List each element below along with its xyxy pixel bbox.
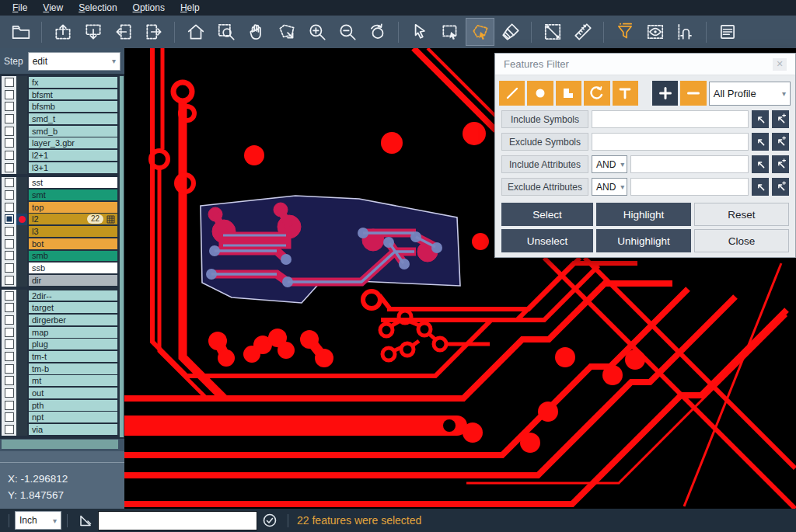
active-layer-gutter[interactable] [16, 301, 27, 314]
minus-icon[interactable] [680, 81, 706, 106]
measure-ruler-icon[interactable] [568, 18, 597, 46]
layer-checkbox[interactable] [5, 412, 14, 422]
exclude-attributes-input[interactable] [630, 178, 749, 196]
active-layer-gutter[interactable] [16, 326, 27, 339]
layer-checkbox[interactable] [5, 276, 14, 285]
layer-chip[interactable]: fx [29, 77, 117, 88]
active-layer-gutter[interactable] [16, 290, 27, 302]
exclude-symbols-input[interactable] [592, 133, 749, 151]
layer-chip[interactable]: smd_t [29, 113, 117, 124]
unselect-button[interactable]: Unselect [501, 229, 593, 252]
include-symbols-input[interactable] [592, 110, 749, 128]
layer-row-npt[interactable]: npt [2, 412, 118, 424]
layer-row-bfsmb[interactable]: bfsmb [2, 100, 118, 113]
layer-row-tm-t[interactable]: tm-t [2, 350, 118, 363]
layer-chip[interactable]: l222 [29, 214, 117, 224]
close-icon[interactable]: ✕ [773, 58, 787, 71]
active-layer-gutter[interactable] [16, 125, 27, 137]
assign-arrow-icon[interactable] [752, 110, 769, 128]
layer-row-l3+1[interactable]: l3+1 [2, 162, 118, 174]
layer-chip[interactable]: mt [29, 375, 117, 386]
assign-arrow-plus-icon[interactable] [772, 178, 789, 196]
layer-checkbox[interactable] [5, 239, 14, 249]
active-layer-gutter[interactable] [16, 76, 27, 89]
layer-chip[interactable]: npt [29, 412, 117, 422]
active-layer-gutter[interactable] [16, 137, 27, 149]
active-layer-gutter[interactable] [16, 363, 27, 375]
select-button[interactable]: Select [501, 203, 593, 226]
layer-checkbox[interactable] [5, 364, 14, 374]
zoom-area-icon[interactable] [211, 18, 240, 46]
layer-scrollbar-horizontal[interactable] [2, 440, 118, 449]
assign-arrow-plus-icon[interactable] [772, 155, 789, 173]
active-layer-gutter[interactable] [16, 214, 27, 226]
layer-chip[interactable]: sst [29, 177, 117, 188]
line-icon[interactable] [499, 81, 525, 106]
angle-snap-icon[interactable] [78, 513, 93, 528]
layer-chip[interactable]: tm-b [29, 363, 117, 374]
layer-row-layer_3.gbr[interactable]: layer_3.gbr [2, 137, 118, 149]
layer-scrollbar-vertical[interactable] [119, 76, 124, 437]
menu-help[interactable]: Help [173, 1, 208, 16]
active-layer-gutter[interactable] [16, 387, 27, 399]
layer-row-smd_b[interactable]: smd_b [2, 125, 118, 137]
layer-row-target[interactable]: target [2, 301, 118, 314]
layer-row-ssb[interactable]: ssb [2, 262, 118, 274]
view-options-icon[interactable] [641, 18, 669, 46]
layer-row-l2[interactable]: l222 [2, 214, 118, 226]
pan-right-icon[interactable] [139, 18, 168, 46]
layer-checkbox[interactable] [5, 315, 14, 325]
menu-options[interactable]: Options [125, 1, 173, 16]
zoom-previous-icon[interactable] [363, 18, 392, 46]
layer-chip[interactable]: target [29, 302, 117, 313]
layer-checkbox[interactable] [5, 303, 14, 312]
assign-arrow-icon[interactable] [752, 178, 769, 196]
exclude-attributes-button[interactable]: Exclude Attributes [501, 178, 588, 196]
layer-checkbox[interactable] [5, 401, 14, 410]
grid-icon[interactable] [106, 215, 115, 224]
zoom-window-icon[interactable] [272, 18, 301, 46]
layer-chip[interactable]: l2+1 [29, 150, 117, 161]
layer-chip[interactable]: smb [29, 251, 117, 262]
layer-row-tm-b[interactable]: tm-b [2, 363, 118, 375]
plus-icon[interactable] [652, 81, 678, 106]
layer-row-via[interactable]: via [2, 423, 118, 436]
layer-checkbox[interactable] [5, 291, 14, 301]
exclude-symbols-button[interactable]: Exclude Symbols [501, 133, 588, 151]
layer-chip[interactable]: top [29, 202, 117, 213]
layer-row-dirgerber[interactable]: dirgerber [2, 314, 118, 326]
pan-down-icon[interactable] [79, 18, 107, 46]
layer-checkbox[interactable] [5, 425, 14, 434]
layer-row-sst[interactable]: sst [2, 177, 118, 190]
snap-magnet-icon[interactable] [671, 18, 700, 46]
active-layer-gutter[interactable] [16, 350, 27, 363]
reset-button[interactable]: Reset [694, 203, 789, 226]
layer-row-mt[interactable]: mt [2, 375, 118, 388]
zoom-out-icon[interactable] [333, 18, 361, 46]
layer-checkbox[interactable] [5, 376, 14, 385]
profile-select[interactable]: All Profile▾ [709, 82, 791, 106]
assign-arrow-plus-icon[interactable] [772, 133, 789, 151]
surface-icon[interactable] [556, 81, 581, 106]
layer-chip[interactable]: tm-t [29, 351, 117, 362]
layer-chip[interactable]: ssb [29, 263, 117, 273]
features-filter-icon[interactable] [610, 18, 639, 46]
layer-row-2dir--[interactable]: 2dir-- [2, 290, 118, 302]
arc-icon[interactable] [584, 81, 609, 106]
layer-row-smt[interactable]: smt [2, 189, 118, 201]
active-layer-gutter[interactable] [16, 262, 27, 274]
layer-row-top[interactable]: top [2, 201, 118, 214]
active-layer-gutter[interactable] [16, 399, 27, 412]
assign-arrow-icon[interactable] [752, 155, 769, 173]
layer-chip[interactable]: out [29, 388, 117, 398]
layer-checkbox[interactable] [5, 178, 14, 187]
step-select[interactable]: edit ▾ [28, 52, 120, 71]
layer-chip[interactable]: pth [29, 400, 117, 411]
active-layer-gutter[interactable] [16, 189, 27, 201]
layer-checkbox[interactable] [5, 78, 14, 87]
layer-checkbox[interactable] [5, 214, 14, 224]
layer-row-bot[interactable]: bot [2, 238, 118, 250]
pan-up-icon[interactable] [48, 18, 77, 46]
layer-checkbox[interactable] [5, 163, 14, 172]
layer-checkbox[interactable] [5, 114, 14, 123]
